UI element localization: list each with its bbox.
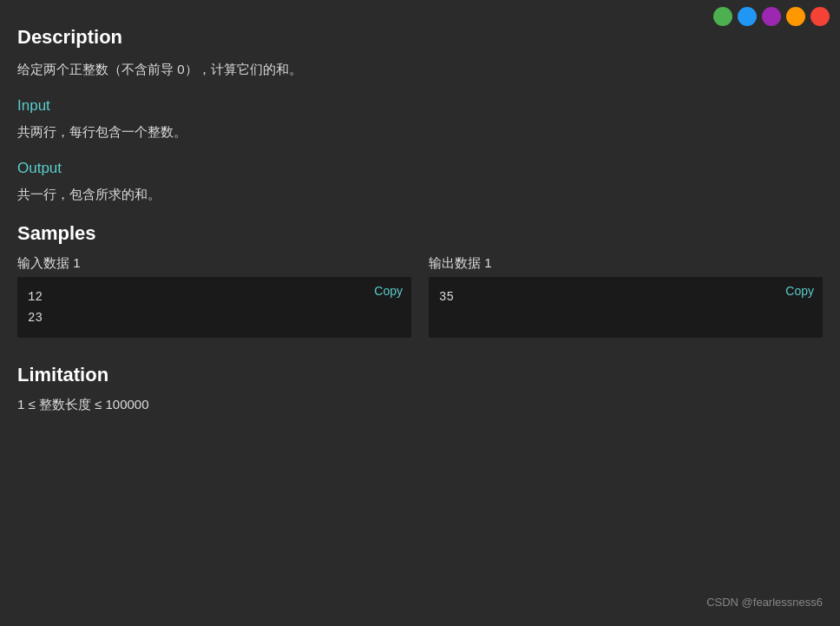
copy-output-button[interactable]: Copy xyxy=(785,284,814,298)
topbar-btn-2[interactable] xyxy=(738,7,757,26)
output-body: 共一行，包含所求的和。 xyxy=(17,184,823,205)
output-sample-label: 输出数据 1 xyxy=(429,255,823,272)
page-container: Description 给定两个正整数（不含前导 0），计算它们的和。 Inpu… xyxy=(0,0,840,431)
limitation-body: 1 ≤ 整数长度 ≤ 100000 xyxy=(17,397,823,413)
samples-grid: 输入数据 1 Copy 12 23 输出数据 1 Copy 35 xyxy=(17,255,823,338)
topbar-btn-5[interactable] xyxy=(810,7,830,26)
input-sample-box: Copy 12 23 xyxy=(17,277,411,338)
output-label: Output xyxy=(17,160,823,177)
input-label: Input xyxy=(17,97,823,115)
topbar-btn-3[interactable] xyxy=(762,7,781,26)
footer-credit: CSDN @fearlessness6 xyxy=(706,596,823,609)
topbar-btn-1[interactable] xyxy=(713,7,732,26)
description-title: Description xyxy=(17,26,823,49)
output-sample-container: 输出数据 1 Copy 35 xyxy=(429,255,823,338)
input-sample-code: 12 23 xyxy=(28,287,401,329)
input-sample-container: 输入数据 1 Copy 12 23 xyxy=(17,255,411,338)
input-line-2: 23 xyxy=(28,308,401,329)
topbar-btn-4[interactable] xyxy=(786,7,805,26)
input-line-1: 12 xyxy=(28,287,401,308)
output-sample-box: Copy 35 xyxy=(429,277,823,338)
samples-title: Samples xyxy=(17,222,823,245)
input-sample-label: 输入数据 1 xyxy=(17,255,411,272)
description-body: 给定两个正整数（不含前导 0），计算它们的和。 xyxy=(17,59,823,80)
top-bar xyxy=(703,0,840,33)
output-sample-code: 35 xyxy=(439,287,812,308)
copy-input-button[interactable]: Copy xyxy=(374,284,403,298)
limitation-section: Limitation 1 ≤ 整数长度 ≤ 100000 xyxy=(17,364,823,413)
limitation-title: Limitation xyxy=(17,364,823,386)
input-body: 共两行，每行包含一个整数。 xyxy=(17,122,823,142)
